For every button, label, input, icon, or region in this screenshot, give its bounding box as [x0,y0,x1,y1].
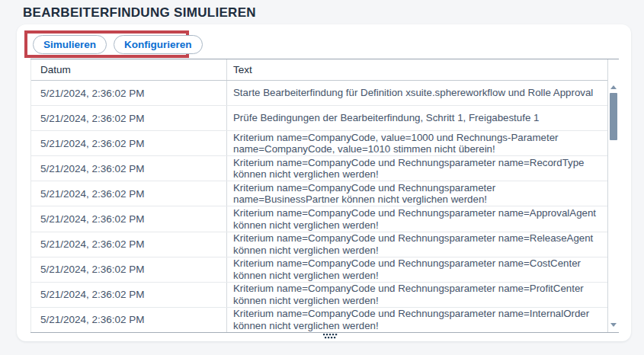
table-row: 5/21/2024, 2:36:02 PM Prüfe Bedingungen … [31,106,607,131]
scroll-down-icon[interactable] [610,323,617,327]
vertical-scrollbar[interactable] [607,59,619,332]
cell-text-value: Kriterium name=CompanyCode und Rechnungs… [233,232,601,256]
cell-datum: 5/21/2024, 2:36:02 PM [31,81,226,105]
log-table-main: Datum Text 5/21/2024, 2:36:02 PM Starte … [30,59,607,332]
cell-text: Prüfe Bedingungen der Bearbeiterfindung,… [226,106,607,130]
cell-text-value: Kriterium name=CompanyCode und Rechnungs… [233,257,601,281]
cell-text: Kriterium name=CompanyCode und Rechnungs… [226,283,607,307]
scrollbar-thumb[interactable] [610,93,617,140]
cell-text: Kriterium name=CompanyCode und Rechnungs… [226,308,607,332]
column-header-datum[interactable]: Datum [31,59,226,80]
cell-datum: 5/21/2024, 2:36:02 PM [31,283,226,307]
table-row: 5/21/2024, 2:36:02 PM Starte Bearbeiterf… [31,81,607,106]
cell-text: Starte Bearbeiterfindung für Definition … [226,81,607,105]
simulation-panel: Simulieren Konfigurieren Datum Text 5/21… [17,24,631,341]
table-row: 5/21/2024, 2:36:02 PM Kriterium name=Com… [31,131,607,156]
cell-text: Kriterium name=CompanyCode und Rechnungs… [226,156,607,181]
cell-text: Kriterium name=CompanyCode und Rechnungs… [226,257,607,282]
configure-button[interactable]: Konfigurieren [114,35,203,54]
cell-text-value: Prüfe Bedingungen der Bearbeiterfindung,… [233,112,539,124]
simulate-button[interactable]: Simulieren [33,35,107,54]
cell-text-value: Kriterium name=CompanyCode und Rechnungs… [233,283,601,306]
table-row: 5/21/2024, 2:36:02 PM Kriterium name=Com… [31,232,607,257]
cell-text-value: Kriterium name=CompanyCode und Rechnungs… [233,308,601,331]
column-header-text[interactable]: Text [226,59,607,80]
table-row: 5/21/2024, 2:36:02 PM Kriterium name=Com… [31,283,607,308]
table-body: 5/21/2024, 2:36:02 PM Starte Bearbeiterf… [31,81,607,332]
page: { "page": { "title": "BEARBEITERFINDUNG … [0,0,644,355]
cell-datum: 5/21/2024, 2:36:02 PM [31,131,226,155]
cell-text: Kriterium name=CompanyCode, value=1000 u… [226,131,607,155]
cell-text-value: Starte Bearbeiterfindung für Definition … [233,87,593,99]
table-row: 5/21/2024, 2:36:02 PM Kriterium name=Com… [31,156,607,181]
table-row: 5/21/2024, 2:36:02 PM Kriterium name=Com… [31,308,607,332]
log-table: Datum Text 5/21/2024, 2:36:02 PM Starte … [30,59,619,333]
cell-text: Kriterium name=CompanyCode und Rechnungs… [226,181,607,206]
resize-grip-icon[interactable] [323,333,338,340]
table-header-row: Datum Text [31,59,607,81]
cell-datum: 5/21/2024, 2:36:02 PM [31,156,226,181]
cell-datum: 5/21/2024, 2:36:02 PM [31,106,226,130]
cell-text: Kriterium name=CompanyCode und Rechnungs… [226,232,607,257]
cell-datum: 5/21/2024, 2:36:02 PM [31,232,226,257]
resize-grip-dots [323,333,338,340]
table-row: 5/21/2024, 2:36:02 PM Kriterium name=Com… [31,181,607,206]
page-title: BEARBEITERFINDUNG SIMULIEREN [23,5,256,21]
toolbar: Simulieren Konfigurieren [33,35,203,54]
cell-datum: 5/21/2024, 2:36:02 PM [31,308,226,332]
cell-text-value: Kriterium name=CompanyCode, value=1000 u… [233,132,601,155]
cell-text: Kriterium name=CompanyCode und Rechnungs… [226,206,607,231]
cell-text-value: Kriterium name=CompanyCode und Rechnungs… [233,182,601,206]
cell-text-value: Kriterium name=CompanyCode und Rechnungs… [233,157,601,181]
cell-datum: 5/21/2024, 2:36:02 PM [31,181,226,206]
cell-text-value: Kriterium name=CompanyCode und Rechnungs… [233,207,601,231]
scroll-up-icon[interactable] [610,85,617,89]
cell-datum: 5/21/2024, 2:36:02 PM [31,206,226,231]
table-row: 5/21/2024, 2:36:02 PM Kriterium name=Com… [31,206,607,232]
table-row: 5/21/2024, 2:36:02 PM Kriterium name=Com… [31,257,607,283]
cell-datum: 5/21/2024, 2:36:02 PM [31,257,226,282]
